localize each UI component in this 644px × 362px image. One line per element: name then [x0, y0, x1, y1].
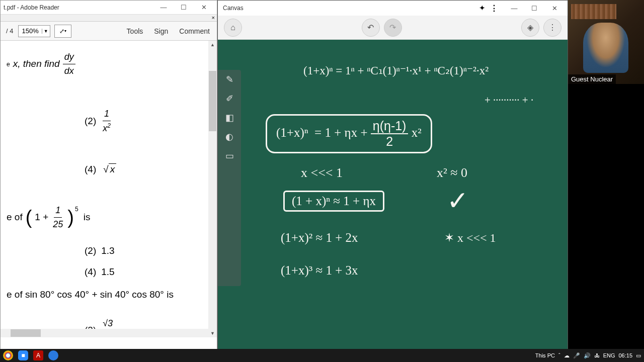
- tray-lang: ENG: [603, 352, 615, 358]
- tool-item[interactable]: ▭: [218, 146, 241, 165]
- adobe-close-button[interactable]: ✕: [194, 1, 214, 14]
- tool-palette: ✎ ✐ ◧ ◐ ▭: [218, 70, 241, 286]
- fit-page-button[interactable]: ⤢▾: [54, 25, 71, 38]
- sign-button[interactable]: Sign: [149, 24, 173, 38]
- adobe-reader-window: t.pdf - Adobe Reader — ☐ ✕ × / 4 150% ▼ …: [0, 0, 217, 362]
- chalk-text: x <<< 1: [301, 165, 343, 180]
- chalk-text: (1+x)³ ≈ 1 + 3x: [281, 263, 358, 278]
- person-silhouette: [583, 23, 628, 73]
- participant-label: Guest Nuclear: [568, 74, 616, 84]
- extension-icon[interactable]: ✦: [477, 3, 487, 13]
- scroll-thumb-h[interactable]: [11, 329, 41, 337]
- tray-network-icon[interactable]: 🖧: [594, 352, 600, 358]
- adobe-taskbar-icon[interactable]: A: [33, 350, 43, 360]
- zoom-value: 150%: [19, 27, 41, 35]
- chalk-text: x² ≈ 0: [437, 165, 467, 180]
- home-button[interactable]: ⌂: [224, 19, 242, 37]
- tool-item[interactable]: ✎: [218, 70, 241, 89]
- tray-time: 06:15: [618, 352, 632, 358]
- chalk-text: (1+x)ⁿ = 1 + ηx + η(η-1)2 x²: [266, 114, 432, 153]
- adobe-maximize-button[interactable]: ☐: [174, 1, 194, 14]
- canvas-window: Canvas ✦ ⋮ — ☐ ✕ ⌂ ↶ ↷ ◈ ⋮ ✎ ✐ ◧ ◐ ▭ (1+…: [217, 0, 568, 362]
- tray-chevron-icon[interactable]: ˆ: [558, 352, 560, 358]
- browser-taskbar-icon[interactable]: [48, 350, 58, 360]
- comment-button[interactable]: Comment: [175, 24, 214, 38]
- page-count: / 4: [3, 27, 16, 35]
- redo-button[interactable]: ↷: [384, 19, 402, 37]
- adobe-minimize-button[interactable]: —: [153, 1, 174, 14]
- chalk-text: (1+x)² ≈ 1 + 2x: [281, 231, 358, 245]
- layers-button[interactable]: ◈: [521, 19, 539, 37]
- pdf-content[interactable]: e x, then find dy dx (2) 1 x2 (4) √x e o…: [1, 41, 217, 337]
- adobe-doc-close-bar: ×: [1, 15, 217, 22]
- tray-volume-icon[interactable]: 🔊: [584, 352, 591, 359]
- chrome-taskbar-icon[interactable]: [3, 350, 13, 360]
- chalk-text: ✶ x <<< 1: [444, 231, 496, 245]
- tool-item[interactable]: ◧: [218, 108, 241, 127]
- text: x, then find: [13, 57, 60, 71]
- scroll-thumb-v[interactable]: [209, 71, 216, 131]
- zoom-taskbar-icon[interactable]: ■: [18, 350, 28, 360]
- windows-taskbar: ■ A This PC ˆ ☁ 🎤 🔊 🖧 ENG 06:15 ▭: [0, 349, 644, 362]
- canvas-minimize-button[interactable]: —: [504, 1, 524, 15]
- zoom-select[interactable]: 150% ▼: [18, 25, 50, 37]
- canvas-maximize-button[interactable]: ☐: [524, 1, 544, 15]
- vertical-scrollbar[interactable]: ▲ ▼: [208, 41, 217, 337]
- more-button[interactable]: ⋮: [543, 19, 561, 37]
- black-strip: [568, 84, 644, 362]
- adobe-toolbar: / 4 150% ▼ ⤢▾ Tools Sign Comment: [1, 22, 217, 41]
- tool-item[interactable]: ✐: [218, 89, 241, 108]
- tools-button[interactable]: Tools: [122, 24, 148, 38]
- chalk-text: + ·········· + ·: [485, 94, 533, 107]
- adobe-titlebar: t.pdf - Adobe Reader — ☐ ✕: [1, 1, 217, 15]
- tray-mic-icon[interactable]: 🎤: [573, 352, 580, 359]
- horizontal-scrollbar[interactable]: [1, 329, 208, 337]
- chalk-text: (1 + x)ⁿ ≈ 1 + ηx: [283, 191, 384, 212]
- zoom-dropdown-arrow[interactable]: ▼: [42, 29, 50, 34]
- canvas-close-button[interactable]: ✕: [544, 1, 565, 15]
- background-shelf: [571, 4, 616, 19]
- canvas-titlebar: Canvas ✦ ⋮ — ☐ ✕: [218, 1, 568, 16]
- system-tray[interactable]: This PC ˆ ☁ 🎤 🔊 🖧 ENG 06:15 ▭: [535, 352, 641, 359]
- adobe-doc-close-x[interactable]: ×: [212, 15, 215, 21]
- tray-notification-icon[interactable]: ▭: [636, 352, 641, 359]
- tray-cloud-icon[interactable]: ☁: [564, 352, 570, 359]
- canvas-board[interactable]: ✎ ✐ ◧ ◐ ▭ (1+x)ⁿ = 1ⁿ + ⁿC₁(1)ⁿ⁻¹·x¹ + ⁿ…: [218, 40, 568, 351]
- chalk-text: (1+x)ⁿ = 1ⁿ + ⁿC₁(1)ⁿ⁻¹·x¹ + ⁿC₂(1)ⁿ⁻²·x…: [303, 64, 489, 77]
- kebab-menu-icon[interactable]: ⋮: [490, 4, 500, 13]
- undo-button[interactable]: ↶: [362, 19, 380, 37]
- canvas-toolbar: ⌂ ↶ ↷ ◈ ⋮: [218, 16, 568, 40]
- checkmark-icon: ✓: [447, 186, 469, 216]
- pdf-page: e x, then find dy dx (2) 1 x2 (4) √x e o…: [1, 41, 217, 337]
- tool-item[interactable]: ◐: [218, 127, 241, 146]
- adobe-title: t.pdf - Adobe Reader: [4, 4, 153, 11]
- tray-thispc: This PC: [535, 352, 555, 358]
- canvas-title: Canvas: [223, 5, 477, 12]
- webcam-video: Guest Nuclear: [568, 0, 644, 84]
